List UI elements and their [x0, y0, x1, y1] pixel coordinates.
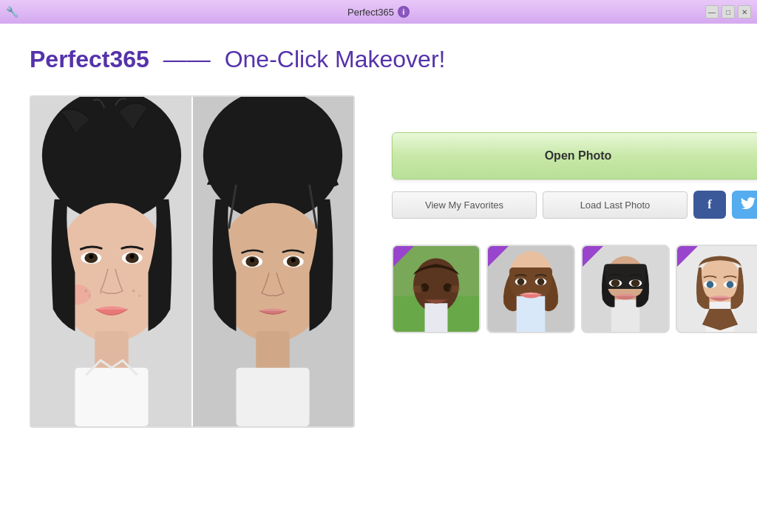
svg-point-14: [100, 292, 102, 294]
svg-rect-31: [425, 303, 448, 332]
svg-point-24: [250, 258, 254, 262]
svg-point-15: [132, 290, 135, 293]
svg-point-27: [291, 258, 296, 262]
title-bar-content: Perfect365 i: [347, 6, 410, 18]
app-title-label: Perfect365: [347, 7, 394, 18]
main-content: Perfect365 —— One-Click Makeover!: [0, 24, 757, 443]
svg-rect-40: [517, 293, 546, 332]
app-tagline: One-Click Makeover!: [225, 46, 446, 72]
sample-photo-1[interactable]: [392, 245, 481, 333]
secondary-buttons-row: View My Favorites Load Last Photo f: [392, 191, 757, 219]
load-last-photo-button[interactable]: Load Last Photo: [543, 191, 688, 219]
sample-badge-4: [677, 246, 698, 267]
photo-divider: [191, 97, 193, 426]
title-bar: 🔧 Perfect365 i — □ ✕: [0, 0, 757, 24]
view-favorites-button[interactable]: View My Favorites: [392, 191, 537, 219]
info-icon[interactable]: i: [398, 6, 410, 18]
app-name: Perfect365: [30, 46, 149, 72]
svg-rect-21: [236, 368, 309, 426]
svg-rect-4: [75, 368, 148, 426]
minimize-button[interactable]: —: [705, 5, 719, 18]
svg-point-36: [412, 285, 423, 293]
facebook-icon: f: [707, 198, 711, 211]
svg-point-60: [727, 281, 734, 288]
sample-photo-4[interactable]: [676, 245, 757, 333]
close-button[interactable]: ✕: [738, 5, 751, 18]
app-heading: Perfect365 —— One-Click Makeover!: [30, 46, 727, 73]
svg-point-11: [130, 254, 135, 259]
photo-after: [192, 97, 353, 426]
svg-point-8: [89, 254, 93, 259]
content-area: Open Photo View My Favorites Load Last P…: [30, 95, 727, 428]
svg-point-12: [84, 290, 87, 293]
maximize-button[interactable]: □: [722, 5, 735, 18]
svg-point-59: [707, 281, 714, 288]
sample-badge-1: [393, 246, 414, 267]
facebook-button[interactable]: f: [693, 191, 726, 219]
sample-badge-3: [583, 246, 603, 267]
sample-photo-2[interactable]: [486, 245, 575, 333]
settings-icon[interactable]: 🔧: [6, 6, 18, 18]
photo-before: [31, 97, 192, 426]
twitter-button[interactable]: [732, 191, 757, 219]
svg-point-13: [89, 295, 91, 297]
sample-badge-2: [488, 246, 509, 267]
photo-comparison-panel: [30, 95, 355, 428]
open-photo-button[interactable]: Open Photo: [392, 132, 757, 180]
title-separator: ——: [163, 46, 211, 72]
right-panel: Open Photo View My Favorites Load Last P…: [392, 95, 757, 333]
svg-point-16: [138, 295, 140, 297]
window-controls: — □ ✕: [705, 5, 751, 18]
svg-point-45: [537, 279, 545, 286]
svg-rect-48: [611, 300, 640, 332]
svg-point-53: [631, 279, 640, 287]
svg-point-37: [449, 285, 460, 293]
sample-photo-3[interactable]: [581, 245, 670, 333]
sample-photos-row: [392, 245, 757, 333]
svg-point-44: [517, 279, 525, 286]
svg-point-52: [611, 279, 620, 287]
twitter-icon: [741, 197, 756, 213]
